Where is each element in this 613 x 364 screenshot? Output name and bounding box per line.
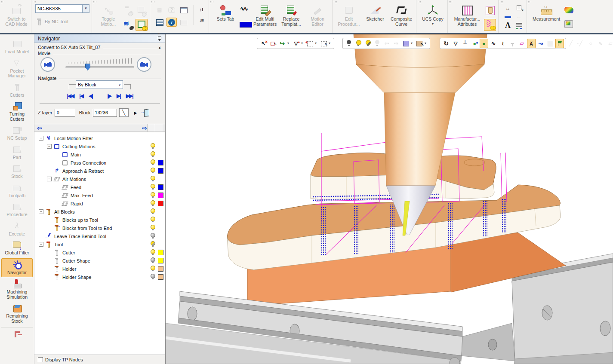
- tree-expander-icon[interactable]: −: [39, 242, 43, 247]
- visibility-bulb-icon[interactable]: [149, 184, 156, 190]
- tree-row-tool[interactable]: −Tool: [34, 240, 165, 248]
- visibility-bulb-icon[interactable]: [149, 257, 156, 264]
- visibility-bulb-icon[interactable]: [149, 168, 156, 174]
- tree-row-approach-retract[interactable]: Approach & Retract: [34, 167, 165, 175]
- box-select-icon[interactable]: [268, 39, 277, 48]
- nc-machine-combobox[interactable]: [35, 4, 83, 13]
- sidebar-item-global-filter[interactable]: Global Filter: [1, 239, 33, 257]
- measurement-button[interactable]: Measurement: [531, 4, 562, 22]
- tool-visibility-icon[interactable]: [122, 5, 134, 17]
- tree-row-cutter-shape[interactable]: Cutter Shape: [34, 257, 165, 265]
- tree-row-holder-shape[interactable]: Holder Shape: [34, 273, 165, 281]
- curve-pick-icon[interactable]: [489, 39, 498, 48]
- help-icon[interactable]: [166, 6, 177, 15]
- bulb-partial-icon[interactable]: [363, 39, 372, 48]
- arc-arrow-icon[interactable]: [536, 39, 545, 48]
- navigator-panel-header[interactable]: Navigator: [34, 34, 165, 43]
- color-swatch[interactable]: [158, 193, 163, 198]
- tree-row-blocks-up-to-tool[interactable]: Blocks up to Tool: [34, 216, 165, 224]
- measure-horizontal-icon[interactable]: [503, 4, 513, 13]
- rainbow-surface-icon[interactable]: [563, 5, 575, 17]
- measure-annotate-icon[interactable]: [527, 39, 536, 48]
- zigzag-motion-icon[interactable]: [239, 5, 251, 17]
- color-swatch[interactable]: [158, 184, 163, 190]
- spline-icon[interactable]: [596, 39, 605, 48]
- cube-gray-icon[interactable]: [546, 39, 554, 48]
- back-block-fast-button[interactable]: |◀: [79, 93, 83, 99]
- parallelogram-icon[interactable]: [606, 39, 613, 48]
- display-tp-nodes-checkbox[interactable]: [38, 357, 43, 362]
- sidebar-item-navigator[interactable]: Navigator: [1, 258, 33, 278]
- bulb-off-icon[interactable]: [345, 39, 353, 48]
- visibility-bulb-icon[interactable]: [149, 249, 156, 256]
- tree-row-max-feed[interactable]: Max. Feed: [34, 191, 165, 199]
- visibility-bulb-icon[interactable]: [149, 225, 156, 231]
- go-last-button[interactable]: ▶▶|: [126, 93, 133, 99]
- edit-procedure-button[interactable]: Edit Procedur...: [336, 4, 361, 27]
- color-swatch[interactable]: [158, 258, 163, 263]
- zlayer-input[interactable]: [55, 109, 75, 117]
- visibility-bulb-icon[interactable]: [149, 266, 156, 272]
- sidebar-item-machine2[interactable]: [1, 327, 33, 342]
- pocket-tool-icon[interactable]: [484, 5, 496, 17]
- motion-layers-icon[interactable]: [122, 19, 134, 31]
- rainbow-cube-icon[interactable]: [563, 19, 575, 31]
- window-copy-icon[interactable]: [179, 18, 189, 27]
- prev-view-icon[interactable]: [382, 39, 391, 48]
- toggle-motion-button[interactable]: Toggle Motio...: [96, 4, 121, 27]
- tree-row-feed[interactable]: Feed: [34, 183, 165, 191]
- color-swatch[interactable]: [158, 201, 163, 206]
- selection-filter-icon[interactable]: [292, 39, 300, 48]
- visibility-bulb-icon[interactable]: [149, 143, 156, 150]
- motion-editor-button[interactable]: Motion Editor: [305, 4, 330, 27]
- sidebar-item-remaining-stock[interactable]: Remaining Stock: [1, 302, 33, 325]
- sidebar-item-load-model[interactable]: Load Model: [1, 38, 33, 56]
- spring-bulb-icon[interactable]: [484, 19, 496, 31]
- align-lines-icon[interactable]: [514, 21, 524, 30]
- machining-scene[interactable]: [166, 34, 613, 364]
- dropdown-arrow-icon[interactable]: ▾: [301, 39, 305, 48]
- shade-cube-icon[interactable]: [401, 39, 410, 48]
- select-face-icon[interactable]: [278, 39, 286, 48]
- dropdown-arrow-icon[interactable]: ▾: [411, 39, 414, 48]
- tree-expander-icon[interactable]: −: [47, 177, 52, 181]
- tree-expander-icon[interactable]: −: [39, 209, 43, 214]
- surface-pick-icon[interactable]: [480, 39, 488, 48]
- color-swatch[interactable]: [158, 160, 163, 165]
- play-forward-button[interactable]: [137, 57, 151, 72]
- bulb-on-icon[interactable]: [354, 39, 363, 48]
- back-block-button[interactable]: ◀|: [89, 93, 92, 99]
- visibility-bulb-icon[interactable]: [149, 159, 156, 166]
- curve-pick-2-icon[interactable]: [499, 39, 507, 48]
- ucs-flag-icon[interactable]: [461, 39, 469, 48]
- sketcher-button[interactable]: Sketcher: [363, 4, 388, 22]
- dropdown-arrow-icon[interactable]: ▾: [315, 39, 318, 48]
- window-select-add-icon[interactable]: [305, 39, 314, 48]
- forward-block-button[interactable]: |▶: [108, 93, 111, 99]
- circle-icon[interactable]: [586, 39, 595, 48]
- tree-row-air-motions[interactable]: −Air Motions: [34, 175, 165, 183]
- pin-icon[interactable]: [157, 36, 162, 41]
- window-select-icon[interactable]: [319, 39, 328, 48]
- line-icon[interactable]: [567, 39, 575, 48]
- sidebar-item-turning-cutters[interactable]: Turning Cutters: [1, 100, 33, 123]
- sidebar-item-pocket-manager[interactable]: Pocket Manager: [1, 57, 33, 80]
- window-icon[interactable]: [179, 6, 189, 15]
- color-swatch[interactable]: [158, 250, 163, 255]
- tool-pick-icon[interactable]: [508, 39, 517, 48]
- dropdown-arrow-icon[interactable]: ▾: [329, 39, 332, 48]
- collapse-chevron-icon[interactable]: »: [157, 46, 163, 48]
- dropdown-arrow-icon[interactable]: ▾: [425, 39, 428, 48]
- color-swatch[interactable]: [158, 168, 163, 174]
- filter-ticks-icon[interactable]: [451, 39, 460, 48]
- sidebar-item-machining-simulation[interactable]: Machining Simulation: [1, 278, 33, 301]
- next-view-icon[interactable]: [392, 39, 400, 48]
- row-spacing-icon[interactable]: [196, 5, 206, 14]
- tree-row-cutter[interactable]: Cutter: [34, 248, 165, 257]
- visibility-bulb-icon[interactable]: [149, 274, 156, 280]
- tree-row-pass-connection[interactable]: Pass Connection: [34, 159, 165, 167]
- deselect-all-icon[interactable]: [259, 39, 268, 48]
- letter-a-icon[interactable]: [503, 21, 513, 30]
- go-first-button[interactable]: |◀◀: [67, 93, 74, 99]
- expand-panel-arrow-icon[interactable]: ⇨: [142, 125, 147, 132]
